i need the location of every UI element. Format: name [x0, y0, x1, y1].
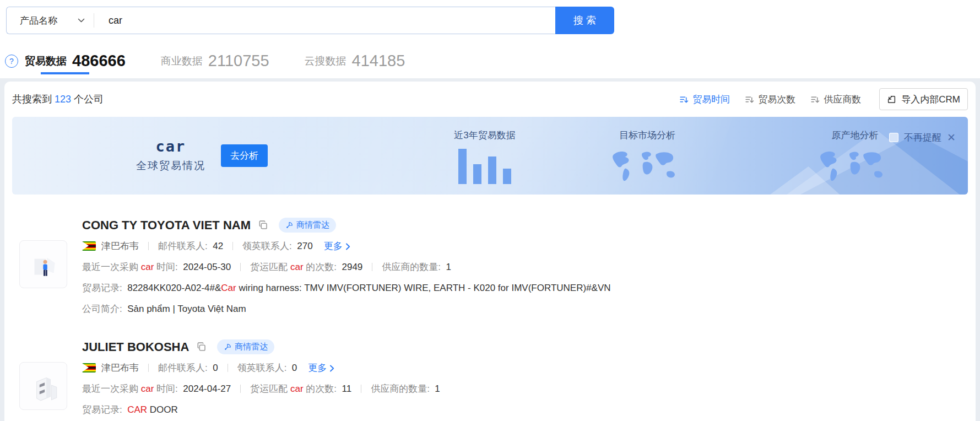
banner-dismiss-group: 不再提醒 ✕ — [889, 131, 956, 144]
tab-count: 2110755 — [208, 52, 269, 70]
product-illustration — [26, 369, 61, 403]
person-illustration — [26, 247, 61, 282]
banner-subtitle: 全球贸易情况 — [136, 159, 205, 173]
results-count-suffix: 个公司 — [71, 94, 104, 105]
company-name-row: JULIET BOKOSHA 商情雷达 — [82, 339, 968, 354]
results-header: 共搜索到 123 个公司 贸易时间 贸易次数 供应商数 — [12, 82, 968, 117]
help-icon[interactable]: ? — [5, 55, 18, 68]
more-label: 更多 — [324, 239, 343, 253]
more-label: 更多 — [308, 361, 327, 375]
company-trade-record-row: 贸易记录: 82284KK020-A02-4#&Car wiring harne… — [82, 281, 968, 295]
badge-label: 商情雷达 — [235, 342, 268, 352]
search-box: 产品名称 — [6, 7, 555, 34]
import-crm-label: 导入内部CRM — [901, 93, 960, 106]
chevron-right-icon — [345, 243, 351, 250]
analysis-promo-banner: car 全球贸易情况 去分析 近3年贸易数据 目标市场分析 — [12, 117, 968, 195]
results-panel: 共搜索到 123 个公司 贸易时间 贸易次数 供应商数 — [4, 82, 976, 421]
meta-segments: 津巴布韦邮件联系人: 0领英联系人: 0 — [101, 363, 297, 373]
tab-label: 商业数据 — [161, 54, 203, 68]
sort-desc-icon — [679, 95, 689, 104]
more-link[interactable]: 更多 — [324, 239, 351, 253]
radar-icon — [285, 222, 293, 229]
company-stats-row: 最近一次采购 car 时间: 2024-04-27货运匹配 car 的次数: 1… — [82, 382, 968, 396]
business-radar-badge[interactable]: 商情雷达 — [217, 339, 274, 354]
company-thumbnail[interactable] — [19, 362, 67, 410]
zimbabwe-flag-icon — [82, 363, 96, 373]
search-button[interactable]: 搜 索 — [555, 7, 614, 34]
sort-label: 供应商数 — [824, 93, 861, 106]
trade-search-page: 产品名称 搜 索 ? 贸易数据 486666 商业数据 2110755 云搜数据… — [0, 0, 980, 421]
tab-count: 486666 — [72, 52, 126, 70]
company-details: JULIET BOKOSHA 商情雷达 津巴布韦邮件联系人: 0领英联系人: 0… — [82, 339, 968, 417]
company-name[interactable]: JULIET BOKOSHA — [82, 340, 189, 354]
tab-label: 云搜数据 — [305, 54, 346, 68]
tab-count: 414185 — [352, 52, 405, 70]
active-tab-underline — [41, 72, 89, 74]
search-category-dropdown[interactable]: 产品名称 — [7, 7, 94, 34]
dismiss-label: 不再提醒 — [904, 131, 941, 144]
results-count-text: 共搜索到 123 个公司 — [12, 93, 104, 106]
analyze-button[interactable]: 去分析 — [221, 144, 268, 167]
search-category-label: 产品名称 — [20, 14, 57, 27]
close-icon[interactable]: ✕ — [947, 132, 956, 143]
banner-keyword-block: car 全球贸易情况 — [136, 138, 205, 173]
radar-icon — [224, 343, 231, 351]
sort-desc-icon — [810, 95, 820, 104]
copy-icon[interactable] — [258, 220, 268, 230]
more-link[interactable]: 更多 — [308, 361, 335, 375]
badge-label: 商情雷达 — [296, 220, 329, 230]
sort-supplier-count[interactable]: 供应商数 — [810, 93, 861, 106]
data-source-tabs: ? 贸易数据 486666 商业数据 2110755 云搜数据 414185 — [5, 52, 405, 74]
company-details: CONG TY TOYOTA VIET NAM 商情雷达 津巴布韦邮件联系人: … — [82, 218, 968, 316]
company-intro-row: 公司简介: Sản phẩm | Toyota Việt Nam — [82, 302, 968, 316]
dismiss-checkbox[interactable] — [889, 133, 898, 142]
tab-label: 贸易数据 — [25, 54, 67, 68]
import-crm-button[interactable]: 导入内部CRM — [879, 88, 968, 110]
company-stats-row: 最近一次采购 car 时间: 2024-05-30货运匹配 car 的次数: 2… — [82, 260, 968, 274]
search-bar: 产品名称 搜 索 — [6, 7, 614, 34]
tab-cloud-search-data[interactable]: 云搜数据 414185 — [305, 52, 405, 74]
banner-col-label: 原产地分析 — [832, 129, 879, 142]
chevron-down-icon — [78, 18, 85, 23]
meta-segments: 津巴布韦邮件联系人: 42领英联系人: 270 — [101, 241, 313, 251]
banner-col-label: 目标市场分析 — [619, 129, 675, 142]
chevron-right-icon — [329, 365, 335, 372]
results-count-number: 123 — [55, 94, 71, 105]
copy-icon[interactable] — [196, 342, 207, 352]
sort-label: 贸易次数 — [758, 93, 795, 106]
company-result-item: JULIET BOKOSHA 商情雷达 津巴布韦邮件联系人: 0领英联系人: 0… — [19, 339, 968, 417]
sort-trade-count[interactable]: 贸易次数 — [745, 93, 795, 106]
sort-desc-icon — [745, 95, 754, 104]
banner-keyword-group: car 全球贸易情况 去分析 — [136, 117, 268, 195]
banner-trade-data-column: 近3年贸易数据 — [441, 129, 529, 184]
bar-chart-icon — [458, 148, 511, 184]
world-map-icon — [606, 145, 689, 188]
banner-keyword: car — [136, 138, 205, 155]
search-input[interactable] — [94, 14, 555, 27]
business-radar-badge[interactable]: 商情雷达 — [279, 218, 336, 233]
tab-trade-data[interactable]: ? 贸易数据 486666 — [5, 52, 126, 74]
company-meta-row: 津巴布韦邮件联系人: 42领英联系人: 270更多 — [82, 239, 968, 253]
company-meta-row: 津巴布韦邮件联系人: 0领英联系人: 0更多 — [82, 361, 968, 375]
import-icon — [887, 95, 896, 104]
banner-origin-column: 原产地分析 — [811, 129, 899, 188]
banner-target-market-column: 目标市场分析 — [603, 129, 691, 188]
company-trade-record-row: 贸易记录: CAR DOOR — [82, 403, 968, 417]
sort-label: 贸易时间 — [692, 93, 730, 106]
results-section-background: 共搜索到 123 个公司 贸易时间 贸易次数 供应商数 — [0, 78, 980, 421]
results-count-prefix: 共搜索到 — [12, 94, 55, 105]
company-result-item: CONG TY TOYOTA VIET NAM 商情雷达 津巴布韦邮件联系人: … — [19, 218, 968, 316]
company-name[interactable]: CONG TY TOYOTA VIET NAM — [82, 218, 251, 233]
zimbabwe-flag-icon — [82, 241, 96, 251]
company-name-row: CONG TY TOYOTA VIET NAM 商情雷达 — [82, 218, 968, 233]
company-thumbnail[interactable] — [19, 240, 67, 288]
tab-business-data[interactable]: 商业数据 2110755 — [161, 52, 269, 74]
world-map-icon — [814, 145, 896, 188]
results-toolbar: 贸易时间 贸易次数 供应商数 导入内部CRM — [679, 88, 968, 110]
sort-trade-time[interactable]: 贸易时间 — [679, 93, 730, 106]
banner-col-label: 近3年贸易数据 — [454, 129, 515, 142]
